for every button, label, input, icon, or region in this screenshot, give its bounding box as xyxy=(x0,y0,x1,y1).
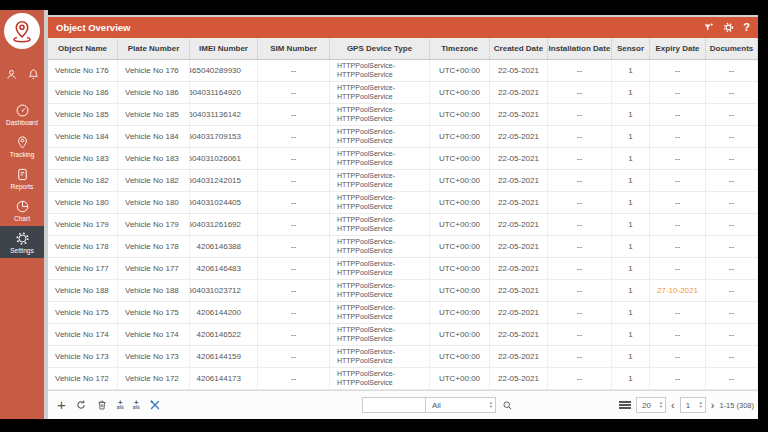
refresh-icon[interactable] xyxy=(75,399,87,411)
table-row[interactable]: Vehicle No 185 Vehicle No 185 6450403113… xyxy=(48,104,758,126)
cell-object-name: Vehicle No 183 xyxy=(48,148,118,169)
column-header-documents[interactable]: Documents xyxy=(706,38,758,59)
cell-created-date: 22-05-2021 xyxy=(490,126,548,147)
column-header-expiry-date[interactable]: Expiry Date xyxy=(650,38,706,59)
delete-trash-icon[interactable] xyxy=(96,399,108,411)
column-header-installation-date[interactable]: Installation Date xyxy=(548,38,612,59)
cell-timezone: UTC+00:00 xyxy=(430,214,490,235)
cell-expiry-date: -- xyxy=(650,302,706,323)
cell-imei-number: 4206146522 xyxy=(190,324,258,345)
chart-pie-icon xyxy=(15,199,30,214)
cell-documents: -- xyxy=(706,214,758,235)
page-number-input[interactable]: 1 ▴▾ xyxy=(680,397,706,413)
search-icon[interactable] xyxy=(502,400,513,411)
sidebar-item-label: Dashboard xyxy=(0,119,44,126)
bottom-toolbar: + +xls +xls xyxy=(48,390,758,419)
help-icon[interactable]: ? xyxy=(743,22,750,33)
column-header-plate-number[interactable]: Plate Number xyxy=(118,38,190,59)
column-header-sim-number[interactable]: SIM Number xyxy=(258,38,330,59)
column-header-imei-number[interactable]: IMEI Number xyxy=(190,38,258,59)
cell-documents: -- xyxy=(706,280,758,301)
cell-documents: -- xyxy=(706,148,758,169)
cell-object-name: Vehicle No 188 xyxy=(48,280,118,301)
table-row[interactable]: Vehicle No 182 Vehicle No 182 6450403124… xyxy=(48,170,758,192)
tools-wrench-icon[interactable] xyxy=(149,399,161,411)
cell-expiry-date: -- xyxy=(650,258,706,279)
table-row[interactable]: Vehicle No 180 Vehicle No 180 6450403102… xyxy=(48,192,758,214)
cell-installation-date: -- xyxy=(548,214,612,235)
sidebar-item-reports[interactable]: Reports xyxy=(0,162,44,194)
cell-documents: -- xyxy=(706,346,758,367)
table-row[interactable]: Vehicle No 186 Vehicle No 186 6450403116… xyxy=(48,82,758,104)
page-title: Object Overview xyxy=(56,22,130,33)
column-header-created-date[interactable]: Created Date xyxy=(490,38,548,59)
cell-gps-device-type: HTTPPoolService-HTTPPoolService xyxy=(330,126,430,147)
select-spinner-icon: ▴▾ xyxy=(490,401,492,408)
cell-plate-number: Vehicle No 179 xyxy=(118,214,190,235)
column-header-object-name[interactable]: Object Name xyxy=(48,38,118,59)
cell-sensor: 1 xyxy=(612,302,650,323)
table-row[interactable]: Vehicle No 173 Vehicle No 173 4206144159… xyxy=(48,346,758,368)
table-row[interactable]: Vehicle No 178 Vehicle No 178 4206146388… xyxy=(48,236,758,258)
cell-object-name: Vehicle No 175 xyxy=(48,302,118,323)
cell-gps-device-type: HTTPPoolService-HTTPPoolService xyxy=(330,302,430,323)
column-header-timezone[interactable]: Timezone xyxy=(430,38,490,59)
cell-gps-device-type: HTTPPoolService-HTTPPoolService xyxy=(330,170,430,191)
column-header-gps-device-type[interactable]: GPS Device Type xyxy=(330,38,430,59)
sidebar-item-settings[interactable]: Settings xyxy=(0,226,44,258)
page-size-select[interactable]: 20 ▴▾ xyxy=(636,397,666,413)
location-pin-logo-icon xyxy=(10,19,34,43)
table-row[interactable]: Vehicle No 172 Vehicle No 172 4206144173… xyxy=(48,368,758,390)
cell-documents: -- xyxy=(706,368,758,389)
table-row[interactable]: Vehicle No 179 Vehicle No 179 6450403126… xyxy=(48,214,758,236)
table-row[interactable]: Vehicle No 176 Vehicle No 176 8604650402… xyxy=(48,60,758,82)
filter-icon[interactable] xyxy=(703,22,714,33)
sidebar-item-chart[interactable]: Chart xyxy=(0,194,44,226)
search-field-selected: All xyxy=(432,401,441,410)
cell-sensor: 1 xyxy=(612,324,650,345)
table-row[interactable]: Vehicle No 177 Vehicle No 177 4206146483… xyxy=(48,258,758,280)
cell-sim-number: -- xyxy=(258,346,330,367)
prev-page-icon[interactable]: ‹ xyxy=(671,400,675,411)
cell-installation-date: -- xyxy=(548,324,612,345)
cell-installation-date: -- xyxy=(548,258,612,279)
tracking-pin-icon xyxy=(15,135,30,150)
table-row[interactable]: Vehicle No 175 Vehicle No 175 4206144200… xyxy=(48,302,758,324)
table-row[interactable]: Vehicle No 184 Vehicle No 184 6450403170… xyxy=(48,126,758,148)
sidebar-item-tracking[interactable]: Tracking xyxy=(0,130,44,162)
cell-imei-number: 64504031024405 xyxy=(190,192,258,213)
search-field-select[interactable]: All ▴▾ xyxy=(426,397,496,413)
column-header-sensor[interactable]: Sensor xyxy=(612,38,650,59)
sidebar-nav: Dashboard Tracking Reports Chart xyxy=(0,98,44,258)
next-page-icon[interactable]: › xyxy=(711,400,715,411)
table-body: Vehicle No 176 Vehicle No 176 8604650402… xyxy=(48,60,758,390)
search-input[interactable] xyxy=(362,397,426,413)
table-row[interactable]: Vehicle No 188 Vehicle No 188 6450403102… xyxy=(48,280,758,302)
table-row[interactable]: Vehicle No 183 Vehicle No 183 6450403102… xyxy=(48,148,758,170)
user-icon[interactable] xyxy=(5,67,18,85)
cell-plate-number: Vehicle No 186 xyxy=(118,82,190,103)
cell-installation-date: -- xyxy=(548,170,612,191)
cell-expiry-date: -- xyxy=(650,236,706,257)
dashboard-gauge-icon xyxy=(15,103,30,118)
cell-expiry-date: 27-10-2021 xyxy=(650,280,706,301)
cell-sim-number: -- xyxy=(258,214,330,235)
cell-plate-number: Vehicle No 180 xyxy=(118,192,190,213)
app-logo xyxy=(4,13,40,49)
cell-installation-date: -- xyxy=(548,126,612,147)
cell-plate-number: Vehicle No 178 xyxy=(118,236,190,257)
notifications-bell-icon[interactable] xyxy=(27,67,40,85)
rows-per-page-icon[interactable] xyxy=(619,401,631,409)
cell-plate-number: Vehicle No 173 xyxy=(118,346,190,367)
table-row[interactable]: Vehicle No 174 Vehicle No 174 4206146522… xyxy=(48,324,758,346)
gear-icon[interactable] xyxy=(723,22,734,33)
pagination: 20 ▴▾ ‹ 1 ▴▾ › 1-15 (308) xyxy=(619,397,754,413)
xls-download-icon[interactable]: +xls xyxy=(117,401,124,409)
cell-documents: -- xyxy=(706,104,758,125)
xls-upload-icon[interactable]: +xls xyxy=(133,401,140,409)
cell-installation-date: -- xyxy=(548,368,612,389)
cell-timezone: UTC+00:00 xyxy=(430,324,490,345)
cell-imei-number: 4206146388 xyxy=(190,236,258,257)
add-object-icon[interactable]: + xyxy=(57,399,66,411)
sidebar-item-dashboard[interactable]: Dashboard xyxy=(0,98,44,130)
